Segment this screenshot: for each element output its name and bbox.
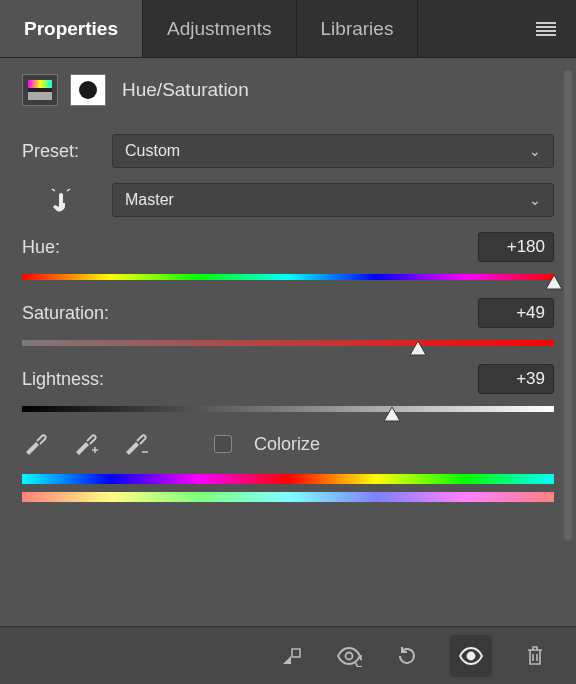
- svg-point-1: [346, 652, 353, 659]
- colorize-label: Colorize: [254, 434, 320, 455]
- channel-value: Master: [125, 191, 174, 209]
- chevron-down-icon: ⌄: [529, 192, 541, 208]
- targeted-adjustment-icon[interactable]: [22, 182, 100, 218]
- preset-select[interactable]: Custom ⌄: [112, 134, 554, 168]
- lightness-value-input[interactable]: [478, 364, 554, 394]
- colorize-checkbox[interactable]: [214, 435, 232, 453]
- preset-value: Custom: [125, 142, 180, 160]
- panel-tabbar: Properties Adjustments Libraries: [0, 0, 576, 58]
- hue-slider[interactable]: [22, 274, 554, 280]
- svg-point-2: [468, 652, 475, 659]
- hue-label: Hue:: [22, 237, 60, 258]
- eyedropper-add-icon[interactable]: [72, 430, 100, 458]
- panel-scrollbar[interactable]: [564, 70, 572, 540]
- color-range-display: [22, 474, 554, 502]
- layer-mask-icon[interactable]: [70, 74, 106, 106]
- hue-value-input[interactable]: [478, 232, 554, 262]
- panel-footer: [0, 626, 576, 684]
- reset-icon[interactable]: [392, 641, 422, 671]
- lightness-slider[interactable]: [22, 406, 554, 412]
- hue-slider-thumb[interactable]: [544, 273, 564, 291]
- channel-select[interactable]: Master ⌄: [112, 183, 554, 217]
- chevron-down-icon: ⌄: [529, 143, 541, 159]
- tab-libraries[interactable]: Libraries: [297, 0, 419, 57]
- svg-rect-0: [292, 649, 300, 657]
- tab-properties[interactable]: Properties: [0, 0, 143, 57]
- tab-adjustments[interactable]: Adjustments: [143, 0, 297, 57]
- saturation-slider-thumb[interactable]: [408, 339, 428, 357]
- eyedropper-subtract-icon[interactable]: [122, 430, 150, 458]
- toggle-visibility-icon[interactable]: [450, 635, 492, 677]
- lightness-slider-thumb[interactable]: [382, 405, 402, 423]
- adjustment-type-icon: [22, 74, 58, 106]
- properties-panel: Hue/Saturation Preset: Custom ⌄ Master ⌄…: [0, 58, 576, 626]
- panel-menu-icon[interactable]: [536, 22, 556, 36]
- saturation-value-input[interactable]: [478, 298, 554, 328]
- saturation-slider[interactable]: [22, 340, 554, 346]
- preset-label: Preset:: [22, 141, 100, 162]
- clip-to-layer-icon[interactable]: [276, 641, 306, 671]
- lightness-label: Lightness:: [22, 369, 104, 390]
- view-previous-state-icon[interactable]: [334, 641, 364, 671]
- panel-title: Hue/Saturation: [122, 79, 249, 101]
- eyedropper-icon[interactable]: [22, 430, 50, 458]
- delete-icon[interactable]: [520, 641, 550, 671]
- saturation-label: Saturation:: [22, 303, 109, 324]
